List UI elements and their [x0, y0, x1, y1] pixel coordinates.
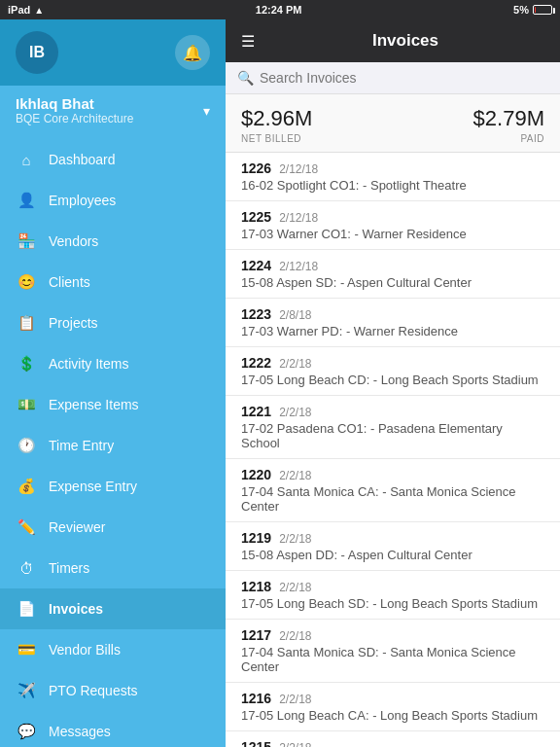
sidebar-item-label: Employees	[49, 193, 116, 208]
invoice-description: 15-08 Aspen DD: - Aspen Cultural Center	[241, 548, 544, 562]
paid-stat: $2.79M PAID	[473, 106, 544, 144]
app-container: IB 🔔 Ikhlaq Bhat BQE Core Architecture ▾…	[0, 19, 560, 747]
sidebar-item-label: Dashboard	[49, 152, 116, 167]
net-billed-label: NET BILLED	[241, 133, 312, 144]
invoice-row[interactable]: 1224 2/12/18 15-08 Aspen SD: - Aspen Cul…	[226, 250, 560, 299]
sidebar-item-timers[interactable]: ⏱ Timers	[0, 548, 226, 588]
sidebar-item-label: Invoices	[49, 601, 103, 617]
sidebar-item-label: Expense Entry	[49, 479, 137, 494]
sidebar-item-pto-requests[interactable]: ✈️ PTO Requests	[0, 670, 226, 711]
invoice-number: 1220	[241, 467, 271, 482]
sidebar-item-vendor-bills[interactable]: 💳 Vendor Bills	[0, 629, 226, 670]
dashboard-icon: ⌂	[16, 149, 37, 170]
status-time: 12:24 PM	[256, 4, 302, 16]
invoice-description: 17-04 Santa Monica CA: - Santa Monica Sc…	[241, 484, 544, 514]
sidebar-item-label: Activity Items	[49, 356, 128, 372]
invoice-number: 1218	[241, 579, 271, 594]
invoice-date: 2/2/18	[279, 581, 311, 594]
sidebar-item-label: Expense Items	[49, 397, 139, 412]
invoice-date: 2/2/18	[279, 357, 311, 371]
sidebar-item-label: Projects	[49, 315, 98, 331]
invoice-description: 17-05 Long Beach SD: - Long Beach Sports…	[241, 596, 544, 611]
sidebar-header: IB 🔔	[0, 19, 226, 86]
sidebar-item-label: PTO Requests	[49, 683, 138, 698]
invoice-number: 1226	[241, 160, 271, 176]
employees-icon: 👤	[16, 190, 37, 211]
sidebar-item-label: Clients	[49, 274, 90, 290]
paid-amount: $2.79M	[473, 106, 544, 131]
invoice-row[interactable]: 1215 2/2/18 15-08 Aspen SD: - Aspen Cult…	[226, 731, 560, 747]
sidebar-item-vendors[interactable]: 🏪 Vendors	[0, 221, 226, 262]
invoice-description: 17-03 Warner PD: - Warner Residence	[241, 324, 544, 338]
vendors-icon: 🏪	[16, 231, 37, 252]
invoice-date: 2/8/18	[279, 308, 311, 322]
projects-icon: 📋	[16, 312, 37, 334]
sidebar-item-projects[interactable]: 📋 Projects	[0, 302, 226, 343]
invoice-row[interactable]: 1222 2/2/18 17-05 Long Beach CD: - Long …	[226, 347, 560, 396]
sidebar-item-dashboard[interactable]: ⌂ Dashboard	[0, 139, 226, 180]
invoice-number: 1217	[241, 627, 271, 643]
sidebar-item-clients[interactable]: 😊 Clients	[0, 262, 226, 302]
invoice-row[interactable]: 1226 2/12/18 16-02 Spotlight CO1: - Spot…	[226, 153, 560, 201]
search-input[interactable]	[260, 70, 548, 86]
invoice-row[interactable]: 1219 2/2/18 15-08 Aspen DD: - Aspen Cult…	[226, 522, 560, 571]
sidebar-item-label: Messages	[49, 724, 111, 739]
status-left: iPad ▲	[8, 4, 44, 16]
sidebar-item-messages[interactable]: 💬 Messages	[0, 711, 226, 747]
sidebar-item-employees[interactable]: 👤 Employees	[0, 180, 226, 221]
sidebar-item-time-entry[interactable]: 🕐 Time Entry	[0, 425, 226, 466]
invoice-description: 17-03 Warner CO1: - Warner Residence	[241, 227, 544, 241]
invoice-date: 2/2/18	[279, 629, 311, 643]
avatar: IB	[16, 31, 58, 74]
invoice-description: 17-04 Santa Monica SD: - Santa Monica Sc…	[241, 645, 544, 674]
invoice-date: 2/2/18	[279, 741, 311, 747]
activity-items-icon: 💲	[16, 353, 37, 374]
expense-entry-icon: 💰	[16, 476, 37, 497]
sidebar-item-label: Reviewer	[49, 519, 105, 535]
invoice-row[interactable]: 1218 2/2/18 17-05 Long Beach SD: - Long …	[226, 571, 560, 620]
sidebar-item-reviewer[interactable]: ✏️ Reviewer	[0, 507, 226, 548]
invoice-date: 2/2/18	[279, 406, 311, 419]
paid-label: PAID	[473, 133, 544, 144]
invoices-icon: 📄	[16, 598, 37, 620]
stats-row: $2.96M NET BILLED $2.79M PAID	[226, 94, 560, 153]
invoice-row[interactable]: 1223 2/8/18 17-03 Warner PD: - Warner Re…	[226, 299, 560, 347]
invoice-row[interactable]: 1221 2/2/18 17-02 Pasadena CO1: - Pasade…	[226, 396, 560, 459]
status-right: 5%	[513, 4, 552, 16]
net-billed-stat: $2.96M NET BILLED	[241, 106, 312, 144]
invoice-number: 1219	[241, 530, 271, 546]
invoice-date: 2/12/18	[279, 260, 318, 273]
search-bar: 🔍	[226, 62, 560, 94]
net-billed-amount: $2.96M	[241, 106, 312, 131]
invoice-row[interactable]: 1216 2/2/18 17-05 Long Beach CA: - Long …	[226, 683, 560, 731]
timers-icon: ⏱	[16, 557, 37, 579]
invoice-row[interactable]: 1220 2/2/18 17-04 Santa Monica CA: - San…	[226, 459, 560, 522]
time-entry-icon: 🕐	[16, 435, 37, 456]
messages-icon: 💬	[16, 721, 37, 742]
main-header: ☰ Invoices	[226, 19, 560, 62]
invoice-description: 17-05 Long Beach CA: - Long Beach Sports…	[241, 708, 544, 723]
invoice-number: 1223	[241, 306, 271, 322]
user-info[interactable]: Ikhlaq Bhat BQE Core Architecture ▾	[0, 86, 226, 135]
sidebar-item-expense-items[interactable]: 💵 Expense Items	[0, 384, 226, 425]
invoice-number: 1215	[241, 739, 271, 747]
invoice-number: 1222	[241, 355, 271, 371]
reviewer-icon: ✏️	[16, 516, 37, 538]
invoice-row[interactable]: 1225 2/12/18 17-03 Warner CO1: - Warner …	[226, 201, 560, 250]
carrier-label: iPad	[8, 4, 30, 16]
battery-label: 5%	[513, 4, 529, 16]
sidebar-item-invoices[interactable]: 📄 Invoices	[0, 588, 226, 629]
status-bar: iPad ▲ 12:24 PM 5%	[0, 0, 560, 19]
sidebar-item-label: Time Entry	[49, 438, 114, 453]
invoice-number: 1225	[241, 209, 271, 225]
notification-bell-button[interactable]: 🔔	[175, 35, 210, 70]
invoice-description: 16-02 Spotlight CO1: - Spotlight Theatre	[241, 178, 544, 193]
hamburger-button[interactable]: ☰	[241, 32, 255, 51]
sidebar: IB 🔔 Ikhlaq Bhat BQE Core Architecture ▾…	[0, 19, 226, 747]
sidebar-item-label: Vendor Bills	[49, 642, 121, 658]
sidebar-item-activity-items[interactable]: 💲 Activity Items	[0, 343, 226, 384]
invoice-row[interactable]: 1217 2/2/18 17-04 Santa Monica SD: - San…	[226, 620, 560, 683]
invoice-date: 2/2/18	[279, 532, 311, 546]
sidebar-item-expense-entry[interactable]: 💰 Expense Entry	[0, 466, 226, 507]
expense-items-icon: 💵	[16, 394, 37, 415]
